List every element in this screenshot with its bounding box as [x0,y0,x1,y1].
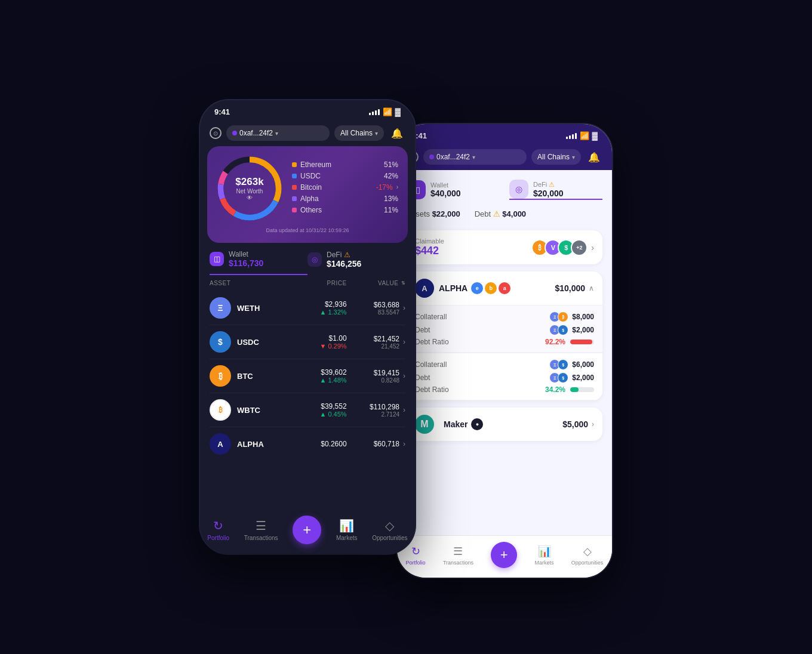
maker-chevron: › [592,420,594,428]
wallet-summary-card[interactable]: ◫ Wallet $40,000 [407,180,500,200]
claimable-value: $442 [415,245,444,257]
data-updated: Data updated at 10/31/22 10:59:26 [217,227,398,233]
legend-alpha: Alpha 13% [292,195,398,203]
weth-amount: 83.5547 [374,309,399,316]
debt-value: $4,000 [502,209,526,218]
debt-row-1: Debt Ξ $ $2,000 [415,325,594,335]
debt-val-1: $2,000 [572,326,594,334]
ratio-label-2: Debt Ratio [415,385,540,394]
right-top-nav: ⊙ 0xaf...24f2 ▾ All Chains ▾ 🔔 [397,144,612,170]
usdc-price-col: $1.00 ▼ 0.29% [288,334,346,350]
wallet-selector[interactable]: 0xaf...24f2 ▾ [226,125,330,141]
asset-row-usdc[interactable]: $ USDC $1.00 ▼ 0.29% $21,452 21,452 › [210,325,405,359]
wifi-icon: 📶 [383,107,392,116]
usdc-logo: $ [210,331,231,353]
collateral-row-2: Collaterall Ξ $ $6,000 [415,359,594,370]
btc-price: $39,602 [288,368,346,377]
btc-chevron[interactable]: › [396,184,398,190]
add-nav-button[interactable]: + [293,516,321,544]
right-portfolio-label: Portfolio [406,560,426,566]
right-nav-markets[interactable]: 📊 Markets [535,545,554,566]
wbtc-amount: 2.7124 [370,411,399,418]
wbtc-chevron: › [403,406,405,414]
right-phone: 9:41 📶 ▓ ⊙ [397,124,612,578]
right-nav-portfolio[interactable]: ↻ Portfolio [406,545,426,566]
nav-opportunities[interactable]: ◇ Opportunities [372,519,407,541]
alpha-protocol-header[interactable]: A ALPHA e b a $10,000 ∧ [407,272,602,305]
debt-col-label-2: Debt [415,374,546,382]
maker-protocol-row[interactable]: M Maker ● $5,000 › [407,408,602,441]
usdc-left: $ USDC [210,331,288,353]
claimable-card[interactable]: Claimable $442 ₿ V $ +2 › [407,230,602,264]
right-top-section: 9:41 📶 ▓ ⊙ [397,124,612,170]
right-wallet-chevron: ▾ [472,154,475,161]
wallet-tab-info: Wallet $116,730 [229,250,263,268]
defi-summary-info: DeFi ⚠ $20,000 [533,181,564,198]
right-wallet-selector[interactable]: 0xaf...24f2 ▾ [423,149,527,165]
right-add-button[interactable]: + [491,542,517,568]
right-nav-transactions[interactable]: ☰ Transactions [443,545,473,566]
right-transactions-label: Transactions [443,560,473,566]
right-battery: ▓ [592,131,598,140]
alpha-value-col: $60,718 › [347,440,405,448]
btc-price-col: $39,602 ▲ 1.48% [288,368,346,384]
alpha-protocol-section: A ALPHA e b a $10,000 ∧ [407,272,602,400]
col-value-header: VALUE ⇅ [347,280,405,286]
usdc-pct: 42% [384,172,398,180]
alpha-badges: e b a [471,282,510,294]
asset-row-btc[interactable]: ₿ BTC $39,602 ▲ 1.48% $19,415 0.8248 › [210,359,405,393]
chain-selector[interactable]: All Chains ▾ [334,125,384,141]
alpha-badge-1: e [471,282,483,294]
alpha-badge-3: a [499,282,510,294]
wbtc-price-col: $39,552 ▲ 0.45% [288,402,346,418]
notification-bell[interactable]: 🔔 [389,125,405,141]
portfolio-legend: Ethereum 51% USDC 42% Bitcoin -17% [292,161,398,217]
col-asset-header: ASSET [210,280,288,286]
weth-value: $63,688 [374,301,399,309]
asset-row-alpha[interactable]: A ALPHA $0.2600 $60,718 › [210,427,405,461]
tab-wallet[interactable]: ◫ Wallet $116,730 [210,250,307,275]
nav-transactions[interactable]: ☰ Transactions [244,519,278,541]
btc-name: BTC [237,372,253,381]
alpha-left: A ALPHA [210,433,288,455]
weth-logo: Ξ [210,297,231,319]
transactions-nav-label: Transactions [244,535,278,541]
maker-logo: M [415,415,434,434]
claimable-chevron: › [591,243,594,252]
asset-row-weth[interactable]: Ξ WETH $2,936 ▲ 1.32% $63,688 83.5547 › [210,291,405,325]
usdc-price: $1.00 [288,334,346,343]
wallet-defi-summary: ◫ Wallet $40,000 ◎ DeFi ⚠ $20,000 [397,170,612,205]
collateral-label-2: Collaterall [415,360,546,369]
battery-icon: ▓ [395,107,401,116]
collateral-icons-1: Ξ ₿ [549,311,568,322]
right-status-bar: 9:41 📶 ▓ [397,124,612,144]
right-markets-icon: 📊 [538,545,551,558]
alpha-name: Alpha [300,195,380,203]
debt-label: Debt ⚠ $4,000 [475,209,526,218]
portfolio-donut: $263k Net Worth 👁 [217,156,282,221]
ratio-bar-2 [570,387,594,392]
usdc-name: USDC [237,338,259,347]
right-signal [566,133,577,139]
asset-row-wbtc[interactable]: ₿ WBTC $39,552 ▲ 0.45% $110,298 2.7124 › [210,393,405,427]
right-chain-selector[interactable]: All Chains ▾ [531,149,581,165]
weth-left: Ξ WETH [210,297,288,319]
btc-value-col: $19,415 0.8248 › [347,369,405,384]
right-nav-opportunities[interactable]: ◇ Opportunities [571,545,604,566]
maker-value: $5,000 [562,419,588,429]
collateral-row-1: Collaterall Ξ ₿ $8,000 [415,311,594,322]
alpha-proto-logo: A [415,279,434,298]
right-notification-bell[interactable]: 🔔 [586,149,602,165]
tab-defi[interactable]: ◎ DeFi ⚠ $146,256 [307,250,405,275]
defi-tab-value: $146,256 [327,259,361,269]
settings-icon[interactable]: ⊙ [210,127,222,139]
alpha-pos2-inner: Collaterall Ξ $ $6,000 Debt Ξ [407,353,602,400]
weth-name: WETH [237,304,260,313]
right-transactions-icon: ☰ [453,545,463,558]
eye-icon[interactable]: 👁 [235,195,263,201]
nav-portfolio[interactable]: ↻ Portfolio [207,519,229,541]
nav-markets[interactable]: 📊 Markets [336,519,358,541]
defi-summary-icon: ◎ [509,180,528,199]
alpha-pos1-inner: Collaterall Ξ ₿ $8,000 Debt Ξ [407,306,602,353]
defi-summary-card[interactable]: ◎ DeFi ⚠ $20,000 [509,180,602,200]
